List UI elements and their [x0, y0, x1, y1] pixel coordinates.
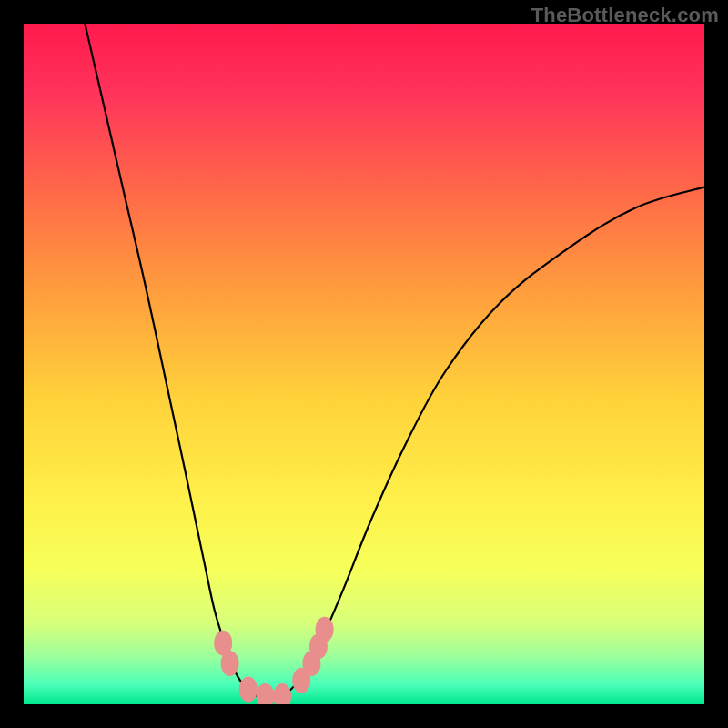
- watermark-label: TheBottleneck.com: [531, 4, 719, 27]
- emphasis-marker: [316, 617, 334, 642]
- emphasis-marker: [257, 683, 275, 704]
- emphasis-marker: [239, 677, 258, 703]
- emphasis-marker: [273, 683, 291, 704]
- bottleneck-curve-right: [282, 187, 704, 698]
- emphasis-marker: [221, 651, 239, 676]
- bottleneck-curve-left: [85, 24, 282, 698]
- curve-layer: [24, 24, 704, 704]
- plot-area: [24, 24, 704, 704]
- emphasis-markers: [214, 617, 333, 704]
- chart-frame: TheBottleneck.com: [0, 0, 728, 728]
